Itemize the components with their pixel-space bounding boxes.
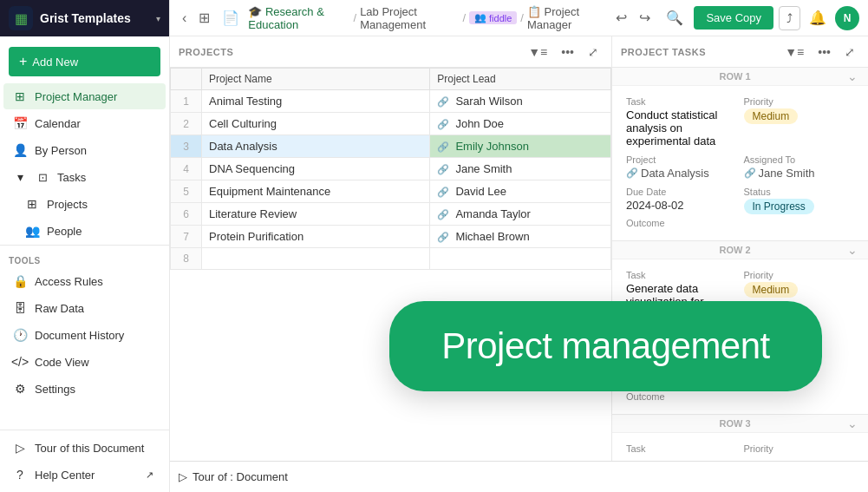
status-value: Pending [744, 372, 855, 388]
task-label: Task [626, 96, 737, 107]
task-body: TaskConduct statistical analysis on expe… [612, 86, 868, 241]
row-expand-button[interactable]: ⌄ [847, 243, 858, 257]
expand-button[interactable]: ⤢ [584, 43, 603, 62]
priority-badge: Medium [744, 282, 799, 298]
chevron-down-icon[interactable]: ▾ [156, 14, 160, 23]
tasks-more-button[interactable]: ••• [813, 43, 835, 62]
sidebar-item-tasks[interactable]: ▾ ⊡ Tasks [3, 164, 166, 190]
table-row[interactable]: 5Equipment Maintenance🔗 David Lee [171, 180, 611, 203]
project-lead-cell[interactable]: 🔗 Sarah Wilson [430, 90, 611, 113]
row-expand-button[interactable]: ⌄ [847, 69, 858, 83]
sidebar-item-project-manager[interactable]: ⊞ Project Manager [3, 83, 166, 109]
table-row[interactable]: 4DNA Sequencing🔗 Jane Smith [171, 158, 611, 180]
save-copy-button[interactable]: Save Copy [694, 6, 773, 30]
sidebar-item-access-rules[interactable]: 🔒 Access Rules [3, 268, 166, 294]
content-area: PROJECTS ▼≡ ••• ⤢ Project Name Project L… [170, 36, 868, 461]
tour-bar: ▷ Tour of : Document [170, 461, 868, 492]
breadcrumb-sep-2: / [462, 11, 466, 24]
project-label: Project [626, 328, 737, 338]
document-icon-button[interactable]: 📄 [219, 6, 243, 30]
project-lead-cell[interactable]: 🔗 Emily Johnson [430, 135, 611, 158]
table-row[interactable]: 8 [171, 248, 611, 270]
project-lead-cell[interactable]: 🔗 Amanda Taylor [430, 203, 611, 226]
sidebar-item-code-view[interactable]: </> Code View [3, 349, 166, 375]
people-icon: 👥 [24, 223, 40, 239]
notifications-button[interactable]: 🔔 [806, 6, 830, 30]
task-field-outcome: Outcome [626, 214, 854, 228]
projects-panel-title: PROJECTS [179, 47, 519, 57]
task-field-due: Due Date2024-08-02 [626, 187, 737, 214]
task-grid-project: Project🔗Data AnalysisAssigned To🔗David L… [626, 328, 854, 353]
database-icon: 🗄 [12, 300, 28, 316]
project-name-cell[interactable]: Animal Testing [202, 90, 430, 113]
task-row-header: ROW 1⌄ [612, 68, 868, 86]
tasks-grid-icon: ⊡ [35, 169, 50, 185]
project-lead-cell[interactable] [430, 248, 611, 270]
project-name-cell[interactable]: Literature Review [202, 203, 430, 226]
undo-button[interactable]: ↩ [610, 6, 632, 30]
plus-icon: + [19, 54, 27, 69]
breadcrumb-fiddle-badge: 👥 fiddle [469, 11, 517, 24]
grid-view-button[interactable]: ⊞ [195, 6, 213, 30]
tasks-expand-button[interactable]: ⤢ [840, 43, 859, 62]
tasks-content: ROW 1⌄TaskConduct statistical analysis o… [612, 68, 868, 461]
sidebar: ▦ Grist Templates ▾ + Add New ⊞ Project … [0, 0, 170, 492]
logo-icon: ▦ [15, 10, 28, 27]
task-field-assigned: Assigned To🔗Jane Smith [744, 154, 855, 180]
search-button[interactable]: 🔍 [661, 6, 689, 30]
table-row[interactable]: 7Protein Purification🔗 Michael Brown [171, 226, 611, 248]
due-value: 2024-08-02 [626, 199, 737, 212]
redo-button[interactable]: ↪ [634, 6, 656, 30]
sidebar-item-people[interactable]: 👥 People [3, 218, 166, 244]
task-body: TaskPriorityProject🔗Data AnalysisAssigne… [612, 433, 868, 461]
avatar[interactable]: N [835, 6, 859, 30]
project-name-cell[interactable]: Protein Purification [202, 226, 430, 248]
project-lead-cell[interactable]: 🔗 Michael Brown [430, 226, 611, 248]
history-icon: 🕐 [12, 327, 28, 343]
table-row[interactable]: 6Literature Review🔗 Amanda Taylor [171, 203, 611, 226]
back-button[interactable]: ‹ [179, 7, 190, 30]
task-row: ROW 1⌄TaskConduct statistical analysis o… [612, 68, 868, 241]
table-row[interactable]: 3Data Analysis🔗 Emily Johnson [171, 135, 611, 158]
filter-button[interactable]: ▼≡ [524, 43, 551, 62]
sidebar-item-by-person[interactable]: 👤 By Person [3, 137, 166, 163]
row-label: ROW 2 [719, 245, 750, 255]
project-name-cell[interactable] [202, 248, 430, 270]
row-expand-button[interactable]: ⌄ [847, 417, 858, 430]
sidebar-item-tour[interactable]: ▷ Tour of this Document [3, 435, 166, 461]
col-header-lead[interactable]: Project Lead [430, 69, 611, 90]
project-name-cell[interactable]: Cell Culturing [202, 113, 430, 135]
external-link-icon: ↗ [141, 467, 157, 482]
tour-button[interactable]: ▷ Tour of : Document [179, 470, 288, 483]
project-name-cell[interactable]: DNA Sequencing [202, 158, 430, 180]
help-icon: ? [12, 467, 28, 482]
row-number: 8 [171, 248, 202, 270]
sidebar-item-label: People [47, 225, 82, 238]
table-row[interactable]: 1Animal Testing🔗 Sarah Wilson [171, 90, 611, 113]
project-label: Project [626, 154, 737, 165]
tasks-panel-title: PROJECT TASKS [621, 47, 775, 57]
row-label: ROW 3 [719, 418, 750, 429]
task-field-priority: PriorityMedium [744, 270, 855, 321]
project-name-cell[interactable]: Equipment Maintenance [202, 180, 430, 203]
sidebar-item-settings[interactable]: ⚙ Settings [3, 376, 166, 402]
project-lead-cell[interactable]: 🔗 David Lee [430, 180, 611, 203]
sidebar-item-help[interactable]: ? Help Center ↗ [3, 462, 166, 488]
table-icon: ⊞ [12, 89, 28, 104]
more-options-button[interactable]: ••• [557, 43, 578, 62]
project-name-cell[interactable]: Data Analysis [202, 135, 430, 158]
sidebar-item-calendar[interactable]: 📅 Calendar [3, 110, 166, 136]
sidebar-item-document-history[interactable]: 🕐 Document History [3, 322, 166, 348]
tasks-filter-button[interactable]: ▼≡ [780, 43, 808, 62]
project-lead-cell[interactable]: 🔗 Jane Smith [430, 158, 611, 180]
table-row[interactable]: 2Cell Culturing🔗 John Doe [171, 113, 611, 135]
add-new-button[interactable]: + Add New [9, 47, 160, 76]
sidebar-item-raw-data[interactable]: 🗄 Raw Data [3, 295, 166, 321]
task-label: Task [626, 443, 737, 454]
project-lead-cell[interactable]: 🔗 John Doe [430, 113, 611, 135]
share-button[interactable]: ⤴ [779, 6, 800, 30]
breadcrumb-research[interactable]: 🎓 Research & Education [248, 5, 349, 31]
task-field-project: Project🔗Data Analysis [626, 328, 737, 353]
sidebar-item-projects[interactable]: ⊞ Projects [3, 191, 166, 217]
col-header-name[interactable]: Project Name [202, 69, 430, 90]
